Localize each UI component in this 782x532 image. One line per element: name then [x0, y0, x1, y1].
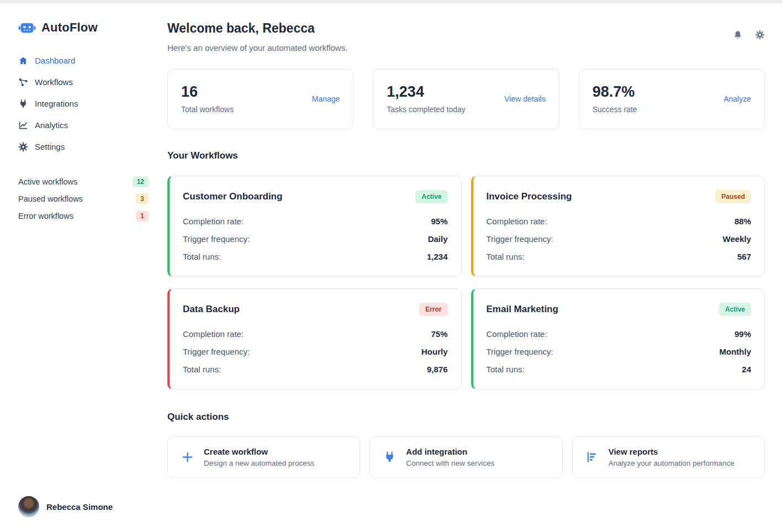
workflows-section-title: Your Workflows [167, 150, 765, 161]
status-badge: Error [419, 303, 447, 316]
avatar [18, 496, 39, 517]
add-integration-button[interactable]: Add integration Connect with new service… [369, 436, 562, 478]
completion-rate-value: 88% [735, 217, 751, 226]
page-subtitle: Here's an overview of your automated wor… [167, 43, 347, 52]
workflow-title: Email Marketing [487, 304, 558, 315]
total-runs-value: 1,234 [427, 252, 448, 261]
quick-actions-section-title: Quick actions [167, 412, 765, 423]
sidebar-item-dashboard[interactable]: Dashboard [18, 50, 167, 71]
autoflow-app: AutoFlow Dashboard Workflows [0, 3, 782, 531]
stat-card-tasks-completed: 1,234 Tasks completed today View details [373, 69, 559, 129]
workflows-grid: Customer Onboarding Active Completion ra… [167, 176, 765, 389]
manage-link[interactable]: Manage [312, 94, 340, 103]
page-title: Welcome back, Rebecca [167, 21, 347, 36]
stat-label: Success rate [593, 105, 637, 114]
count-paused-workflows[interactable]: Paused workflows 3 [18, 190, 149, 207]
completion-rate-value: 75% [431, 329, 447, 339]
quick-action-description: Connect with new services [406, 459, 494, 467]
trigger-frequency-label: Trigger frequency: [183, 347, 250, 356]
workflow-counts: Active workflows 12 Paused workflows 3 E… [18, 173, 149, 224]
plus-icon [181, 451, 194, 463]
stat-value: 98.7% [593, 83, 637, 101]
trigger-frequency-label: Trigger frequency: [183, 234, 250, 244]
count-badge-error: 1 [136, 210, 149, 222]
count-badge-active: 12 [133, 176, 149, 187]
sidebar: AutoFlow Dashboard Workflows [0, 3, 167, 531]
total-runs-label: Total runs: [487, 365, 525, 374]
main-content: Welcome back, Rebecca Here's an overview… [167, 3, 782, 531]
total-runs-label: Total runs: [487, 252, 525, 261]
plug-icon [383, 451, 396, 463]
total-runs-label: Total runs: [183, 365, 221, 374]
workflows-icon [18, 77, 28, 87]
report-bars-icon [586, 451, 599, 463]
user-name: Rebecca Simone [46, 502, 113, 512]
quick-action-title: Create workflow [204, 447, 314, 456]
count-active-workflows[interactable]: Active workflows 12 [18, 173, 149, 190]
robot-logo-icon [18, 20, 36, 35]
stat-label: Total workflows [181, 105, 234, 114]
trigger-frequency-value: Hourly [421, 347, 448, 356]
stat-card-total-workflows: 16 Total workflows Manage [167, 69, 353, 129]
quick-action-title: View reports [609, 447, 735, 456]
completion-rate-label: Completion rate: [487, 217, 547, 226]
stat-label: Tasks completed today [387, 105, 465, 114]
workflow-card-customer-onboarding: Customer Onboarding Active Completion ra… [167, 176, 462, 277]
nav-label: Analytics [35, 120, 68, 130]
total-runs-value: 9,876 [427, 365, 448, 374]
workflow-card-invoice-processing: Invoice Processing Paused Completion rat… [471, 176, 765, 277]
user-profile[interactable]: Rebecca Simone [18, 496, 113, 517]
quick-action-description: Design a new automated process [204, 459, 314, 467]
count-badge-paused: 3 [136, 193, 149, 204]
count-label: Error workflows [18, 212, 73, 220]
app-name: AutoFlow [41, 20, 98, 35]
completion-rate-label: Completion rate: [487, 329, 547, 339]
nav-label: Integrations [35, 99, 78, 108]
stat-card-success-rate: 98.7% Success rate Analyze [579, 69, 765, 129]
workflow-title: Customer Onboarding [183, 191, 282, 202]
sidebar-item-analytics[interactable]: Analytics [18, 114, 167, 136]
quick-action-title: Add integration [406, 447, 494, 456]
gear-icon [18, 142, 28, 152]
trigger-frequency-value: Daily [428, 234, 448, 244]
sidebar-item-integrations[interactable]: Integrations [18, 93, 167, 114]
completion-rate-label: Completion rate: [183, 329, 244, 339]
bell-icon[interactable] [733, 30, 743, 40]
sidebar-item-workflows[interactable]: Workflows [18, 71, 167, 93]
quick-action-description: Analyze your automation performance [609, 459, 735, 467]
count-label: Paused workflows [18, 194, 83, 203]
completion-rate-value: 99% [735, 329, 751, 339]
status-badge: Paused [715, 190, 751, 203]
analyze-link[interactable]: Analyze [723, 94, 751, 103]
total-runs-label: Total runs: [183, 252, 221, 261]
workflow-title: Invoice Processing [487, 191, 572, 202]
sidebar-nav: Dashboard Workflows [18, 50, 167, 157]
workflow-title: Data Backup [183, 304, 240, 315]
status-badge: Active [415, 190, 447, 203]
trigger-frequency-value: Monthly [720, 347, 752, 356]
nav-label: Settings [35, 142, 65, 151]
stat-value: 16 [181, 83, 234, 101]
trigger-frequency-value: Weekly [723, 234, 751, 244]
workflow-card-data-backup: Data Backup Error Completion rate:75% Tr… [167, 288, 462, 389]
view-details-link[interactable]: View details [504, 94, 545, 103]
completion-rate-label: Completion rate: [183, 217, 244, 226]
status-badge: Active [719, 303, 751, 316]
analytics-icon [18, 120, 28, 130]
trigger-frequency-label: Trigger frequency: [487, 347, 553, 356]
view-reports-button[interactable]: View reports Analyze your automation per… [572, 436, 765, 478]
count-label: Active workflows [18, 177, 77, 186]
app-logo: AutoFlow [18, 20, 167, 35]
gear-icon[interactable] [755, 30, 765, 40]
page-header: Welcome back, Rebecca Here's an overview… [167, 21, 765, 52]
nav-label: Workflows [35, 77, 73, 87]
completion-rate-value: 95% [431, 217, 447, 226]
workflow-card-email-marketing: Email Marketing Active Completion rate:9… [471, 288, 765, 389]
stat-value: 1,234 [387, 83, 465, 101]
total-runs-value: 24 [742, 365, 751, 374]
home-icon [18, 56, 28, 66]
count-error-workflows[interactable]: Error workflows 1 [18, 207, 149, 224]
sidebar-item-settings[interactable]: Settings [18, 136, 167, 157]
trigger-frequency-label: Trigger frequency: [487, 234, 553, 244]
create-workflow-button[interactable]: Create workflow Design a new automated p… [167, 436, 360, 478]
